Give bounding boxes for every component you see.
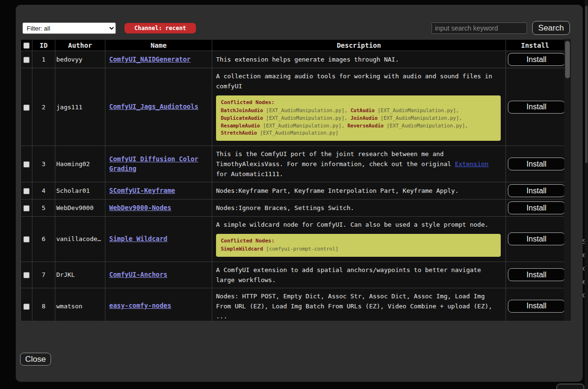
nodes-table: ID Author Name Description Install 1bedo… [21,39,565,321]
row-description-cell: This is the ComfyUI port of the joint re… [212,146,506,182]
row-name-cell: Simple Wildcard [105,217,212,262]
row-checkbox-cell [21,262,32,288]
row-install-cell: Install [506,146,565,182]
install-button[interactable]: Install [508,300,565,313]
row-id: 2 [32,68,55,146]
row-install-cell: Install [506,68,565,146]
conflict-list: BatchJoinAudio [EXT_AudioManipulation.py… [221,107,496,137]
row-author: jags111 [55,68,105,146]
header-author: Author [55,40,105,51]
row-name-cell: WebDev9000-Nodes [105,200,212,217]
install-button[interactable]: Install [508,201,565,214]
conflict-node-name: BatchJoinAudio [221,107,263,113]
row-checkbox[interactable] [23,188,30,194]
row-id: 7 [32,262,55,288]
row-description-cell: A simple wildcard node for ComfyUI. Can … [212,217,506,262]
row-name-cell: easy-comfy-nodes [105,288,212,321]
install-button[interactable]: Install [508,101,565,114]
row-description-cell: Nodes:Ignore Braces, Settings Switch. [212,200,506,217]
row-checkbox-cell [21,51,32,68]
row-checkbox[interactable] [23,161,30,168]
header-checkbox-cell [21,40,32,51]
row-checkbox[interactable] [23,272,30,278]
table-header-row: ID Author Name Description Install [21,40,565,51]
occluded-button [557,384,584,389]
row-checkbox[interactable] [23,236,30,242]
search-button[interactable]: Search [532,21,570,35]
row-id: 1 [32,51,55,68]
row-checkbox-cell [21,182,32,200]
conflict-node-file: [EXT_AudioManipulation.py] [266,115,344,121]
install-button[interactable]: Install [508,232,565,245]
conflict-node-name: DuplicateAudio [221,115,263,121]
node-name-link[interactable]: easy-comfy-nodes [109,302,171,309]
row-checkbox-cell [21,217,32,262]
row-author: wmatson [55,288,105,321]
nodes-table-scroll[interactable]: ID Author Name Description Install 1bedo… [21,39,571,321]
row-id: 5 [32,200,55,217]
conflict-list: SimpleWildcard [comfyui-prompt-control] [221,245,496,253]
install-button[interactable]: Install [508,158,565,170]
search-input[interactable] [432,22,527,34]
install-button[interactable]: Install [508,268,565,281]
header-name: Name [105,40,212,51]
table-row: 1bedovyyComfyUI_NAIDGeneratorThis extens… [21,51,565,68]
conflicted-nodes-warning: Conflicted Nodes:SimpleWildcard [comfyui… [216,234,501,257]
row-install-cell: Install [506,288,565,321]
row-install-cell: Install [506,182,565,200]
conflict-node-name: ResampleAudio [221,123,260,128]
conflict-node-file: [comfyui-prompt-control] [266,246,339,252]
row-checkbox-cell [21,200,32,217]
close-button[interactable]: Close [20,353,51,366]
row-name-cell: ComfyUI_NAIDGenerator [105,51,212,68]
row-id: 3 [32,146,55,182]
node-name-link[interactable]: Simple Wildcard [109,235,167,242]
row-author: WebDev9000 [55,200,105,217]
row-checkbox-cell [21,288,32,321]
conflict-node-file: [EXT_AudioManipulation.py] [378,107,456,113]
row-checkbox[interactable] [23,304,30,310]
row-description: Nodes:Ignore Braces, Settings Switch. [216,203,502,213]
row-checkbox[interactable] [23,57,30,63]
row-description: Nodes:Keyframe Part, Keyframe Interpolat… [216,186,502,196]
conflict-node-name: JoinAudio [351,115,378,121]
description-link[interactable]: Extension [455,160,488,168]
row-name-cell: ComfyUI-Anchors [105,262,212,288]
conflict-node-file: [EXT_AudioManipulation.py] [266,107,344,113]
install-button[interactable]: Install [508,53,565,66]
conflict-node-file: [EXT_AudioManipulation.py] [263,123,341,128]
node-name-link[interactable]: ComfyUI Diffusion Color Grading [109,155,198,172]
table-scrollbar[interactable] [564,39,571,321]
table-row: 5WebDev9000WebDev9000-NodesNodes:Ignore … [21,200,565,217]
row-author: DrJKL [55,262,105,288]
row-description: A simple wildcard node for ComfyUI. Can … [216,220,502,230]
page-scrollbar-thumb[interactable] [585,6,588,163]
conflict-title: Conflicted Nodes: [221,99,496,105]
table-scrollbar-thumb[interactable] [565,41,570,78]
node-name-link[interactable]: ComfyUI-Anchors [109,271,167,278]
conflict-node-file: [EXT_AudioManipulation.py] [387,123,465,128]
row-description: Nodes: HTTP POST, Empty Dict, Assoc Str,… [216,291,502,321]
node-name-link[interactable]: ComfyUI_NAIDGenerator [109,55,191,63]
row-checkbox-cell [21,68,32,146]
row-description: A collection amazing audio tools for wor… [216,71,502,91]
node-name-link[interactable]: ComfyUI_Jags_Audiotools [109,103,198,110]
custom-nodes-dialog: Filter: all Channel: recent Search ID Au… [16,5,583,382]
conflicted-nodes-warning: Conflicted Nodes:BatchJoinAudio [EXT_Aud… [216,95,501,141]
row-author: Scholar01 [55,182,105,200]
install-button[interactable]: Install [508,184,565,197]
row-description-cell: Nodes: HTTP POST, Empty Dict, Assoc Str,… [212,288,506,321]
node-name-link[interactable]: WebDev9000-Nodes [109,204,171,211]
node-name-link[interactable]: SComfyUI-Keyframe [109,187,175,194]
row-name-cell: ComfyUI_Jags_Audiotools [105,68,212,146]
row-description: This is the ComfyUI port of the joint re… [216,149,502,179]
row-checkbox[interactable] [23,105,30,111]
page-scrollbar[interactable] [585,0,588,389]
row-checkbox[interactable] [23,205,30,211]
row-install-cell: Install [506,200,565,217]
select-all-checkbox[interactable] [23,42,30,49]
row-description-cell: A collection amazing audio tools for wor… [212,68,506,146]
table-row: 8wmatsoneasy-comfy-nodesNodes: HTTP POST… [21,288,565,321]
conflict-node-file: [EXT_AudioManipulation.py] [260,130,338,136]
filter-select[interactable]: Filter: all [22,22,116,34]
